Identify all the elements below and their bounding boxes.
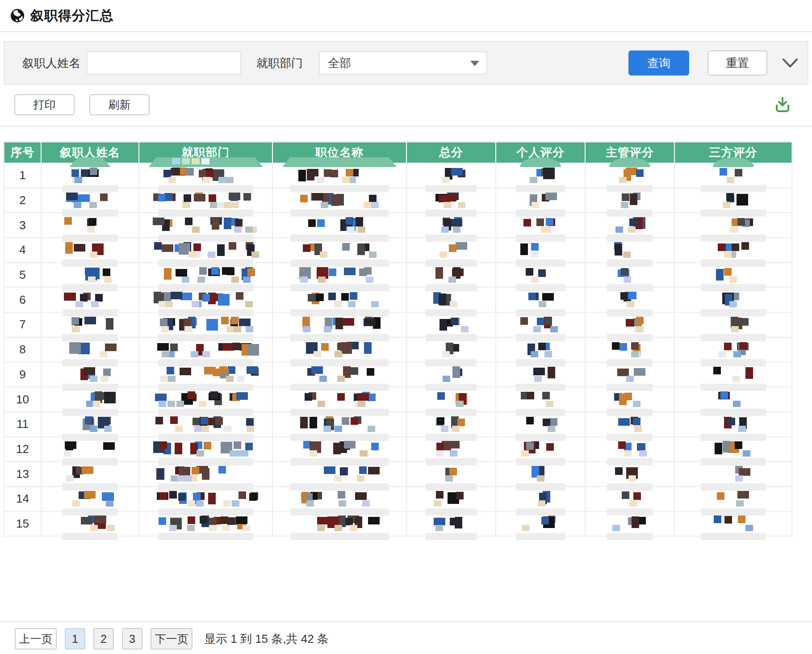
redaction-strip (516, 508, 565, 516)
redacted-mosaic (520, 515, 561, 532)
redacted-mosaic (152, 192, 260, 210)
dept-filter-label: 就职部门 (256, 55, 303, 71)
globe-icon (10, 8, 25, 23)
table-row: 14 (4, 486, 792, 511)
redacted-mosaic (713, 192, 753, 210)
redaction-strip (158, 359, 254, 366)
reset-button[interactable]: 重置 (707, 50, 767, 75)
dept-filter-select[interactable]: 全部 (319, 51, 487, 75)
redaction-strip (426, 533, 477, 540)
print-button[interactable]: 打印 (14, 94, 75, 115)
redacted-mosaic (63, 167, 117, 184)
redacted-mosaic (63, 316, 117, 334)
redaction-strip (516, 284, 565, 291)
table-row: 2 (4, 188, 792, 213)
redaction-strip (62, 533, 118, 540)
search-button[interactable]: 查询 (628, 50, 689, 75)
redacted-mosaic (298, 515, 381, 532)
redaction-strip (62, 483, 118, 490)
redacted-mosaic (298, 365, 381, 383)
title-bar: 叙职得分汇总 (0, 0, 812, 32)
redaction-strip (62, 309, 118, 316)
redacted-mosaic (713, 216, 753, 234)
redaction-strip (158, 458, 254, 465)
redacted-mosaic (63, 415, 117, 433)
redacted-mosaic (63, 515, 117, 532)
redaction-strip (516, 334, 565, 341)
column-header-1: 叙职人姓名 (41, 142, 139, 163)
next-page-button[interactable]: 下一页 (151, 628, 193, 650)
page-button-1[interactable]: 1 (65, 628, 85, 650)
row-serial: 5 (4, 263, 41, 288)
table-row: 8 (4, 337, 792, 362)
redaction-strip (516, 483, 565, 490)
redaction-strip (290, 533, 389, 540)
redaction-strip (516, 384, 565, 391)
redacted-mosaic (152, 216, 260, 234)
redacted-mosaic (63, 341, 117, 359)
redacted-mosaic (612, 291, 648, 309)
name-filter-input[interactable] (87, 51, 241, 75)
redacted-mosaic (612, 440, 648, 458)
redaction-strip (158, 483, 254, 490)
redaction-strip (158, 434, 254, 441)
row-serial: 15 (4, 511, 41, 537)
redacted-mosaic (612, 167, 648, 184)
header-redaction-artifact (713, 157, 754, 167)
page-title: 叙职得分汇总 (30, 7, 113, 25)
table-row: 15 (4, 511, 792, 537)
redacted-mosaic (520, 390, 561, 408)
redacted-mosaic (713, 341, 753, 359)
redaction-strip (426, 309, 477, 316)
redaction-strip (516, 409, 565, 416)
column-header-0: 序号 (4, 142, 41, 163)
redaction-strip (516, 458, 565, 465)
prev-page-button[interactable]: 上一页 (15, 628, 57, 650)
table-row: 6 (4, 287, 792, 312)
table-toolbar: 打印 刷新 (14, 94, 791, 115)
redaction-strip (516, 359, 565, 366)
redaction-strip (700, 309, 766, 316)
pagination-bar: 上一页 123 下一页 显示 1 到 15 条,共 42 条 (0, 621, 812, 650)
redacted-mosaic (298, 291, 381, 309)
redaction-strip (516, 210, 565, 217)
redaction-strip (516, 533, 565, 540)
redacted-mosaic (298, 465, 381, 483)
column-header-3: 职位名称 (272, 142, 406, 163)
redaction-strip (290, 483, 389, 490)
redaction-strip (700, 434, 766, 441)
redaction-strip (607, 508, 653, 516)
column-header-6: 主管评分 (585, 142, 674, 163)
redacted-mosaic (152, 266, 260, 284)
redacted-mosaic (433, 167, 469, 184)
table-row: 5 (4, 263, 792, 288)
redacted-mosaic (63, 365, 117, 383)
redacted-mosaic (152, 167, 260, 184)
redacted-mosaic (298, 192, 381, 210)
download-icon[interactable] (774, 96, 791, 113)
table-header-row: 序号叙职人姓名就职部门职位名称总分个人评分主管评分三方评分 (4, 142, 792, 163)
redacted-mosaic (63, 241, 117, 259)
redaction-strip (700, 210, 766, 217)
redacted-mosaic (520, 316, 561, 334)
chevron-down-icon[interactable] (782, 57, 799, 69)
column-header-2: 就职部门 (139, 142, 272, 163)
refresh-button[interactable]: 刷新 (89, 94, 150, 115)
redacted-mosaic (63, 490, 117, 508)
row-serial: 6 (4, 287, 41, 312)
redaction-strip (607, 434, 653, 441)
column-header-4: 总分 (406, 142, 496, 163)
redacted-mosaic (298, 241, 381, 259)
redacted-mosaic (63, 192, 117, 210)
caret-down-icon (470, 61, 479, 66)
redacted-mosaic (713, 365, 753, 383)
redaction-strip (158, 210, 254, 217)
redacted-mosaic (152, 440, 260, 458)
dept-selected-value: 全部 (328, 55, 351, 71)
redacted-mosaic (152, 291, 260, 309)
redacted-mosaic (520, 167, 561, 184)
page-button-2[interactable]: 2 (93, 628, 114, 650)
page-button-3[interactable]: 3 (122, 628, 142, 650)
redacted-mosaic (152, 365, 260, 383)
header-redaction-artifact (70, 157, 111, 167)
